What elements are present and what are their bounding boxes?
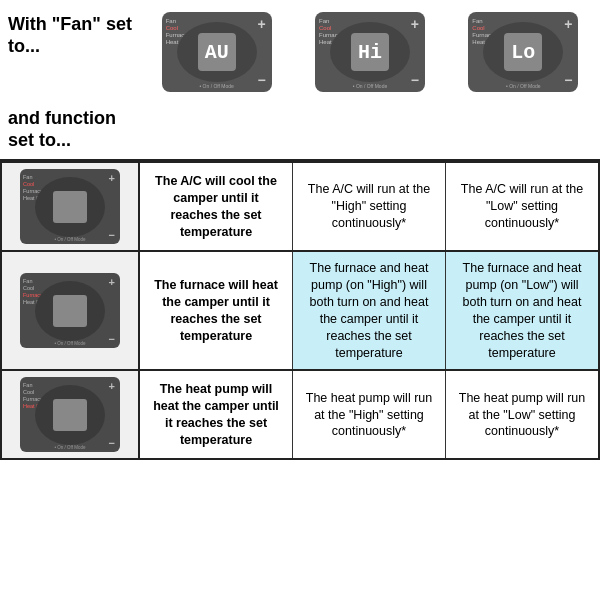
- mini-screen-furnace: [53, 295, 87, 327]
- thermo-col-furnace: Fan Cool Furnace Heat Pump + − • On / Of…: [2, 252, 140, 369]
- main-grid: Fan Cool Furnace Heat Pump + − • On / Of…: [0, 159, 600, 460]
- with-fan-title: With "Fan" set to...: [8, 14, 132, 57]
- cell-heatpump-low: The heat pump will run at the "Low" sett…: [446, 371, 598, 458]
- thermostat-lo: Fan Cool Furnace Heat Pump Lo + − • On /…: [468, 12, 578, 92]
- header-left: With "Fan" set to...: [0, 8, 140, 63]
- thermo-onoff-hi: • On / Off Mode: [353, 83, 387, 89]
- mini-minus-furnace: −: [109, 333, 115, 345]
- mini-thermo-cool: Fan Cool Furnace Heat Pump + − • On / Of…: [20, 169, 120, 244]
- thermo-inner-hi: Hi: [330, 22, 410, 82]
- header-thermos: Fan Cool Furnace Heat Pump AU + − • On /…: [140, 8, 600, 96]
- cell-furnace-low: The furnace and heat pump (on "Low") wil…: [446, 252, 598, 369]
- mini-thermo-furnace: Fan Cool Furnace Heat Pump + − • On / Of…: [20, 273, 120, 348]
- mini-screen-heatpump: [53, 399, 87, 431]
- thermo-inner-lo: Lo: [483, 22, 563, 82]
- thermo-onoff-au: • On / Off Mode: [199, 83, 233, 89]
- thermo-plus-hi: +: [411, 16, 419, 32]
- mini-screen-cool: [53, 191, 87, 223]
- fan-label-lo: Fan: [472, 18, 502, 24]
- mini-fan-heatpump: Fan: [23, 382, 51, 388]
- mini-plus-furnace: +: [109, 276, 115, 288]
- row-cool: Fan Cool Furnace Heat Pump + − • On / Of…: [2, 161, 598, 250]
- thermo-plus-au: +: [257, 16, 265, 32]
- thermo-minus-hi: −: [411, 72, 419, 88]
- thermo-display-au: AU: [198, 33, 236, 71]
- mini-circle-heatpump: [35, 385, 105, 445]
- header-row: With "Fan" set to... Fan Cool Furnace He…: [0, 0, 600, 100]
- thermo-minus-lo: −: [564, 72, 572, 88]
- mini-minus-heatpump: −: [109, 437, 115, 449]
- row-heatpump: Fan Cool Furnace Heat Pump + − • On / Of…: [2, 369, 598, 458]
- thermo-col-cool: Fan Cool Furnace Heat Pump + − • On / Of…: [2, 163, 140, 250]
- cell-heatpump-auto: The heat pump will heat the camper until…: [140, 371, 293, 458]
- mini-fan-cool: Fan: [23, 174, 51, 180]
- cell-furnace-high: The furnace and heat pump (on "High") wi…: [293, 252, 446, 369]
- mini-onoff-cool: • On / Off Mode: [54, 237, 85, 242]
- thermo-minus-au: −: [257, 72, 265, 88]
- mini-minus-cool: −: [109, 229, 115, 241]
- thermostat-au: Fan Cool Furnace Heat Pump AU + − • On /…: [162, 12, 272, 92]
- right-cols-cool: The A/C will cool the camper until it re…: [140, 163, 598, 250]
- cell-heatpump-high: The heat pump will run at the "High" set…: [293, 371, 446, 458]
- mini-onoff-heatpump: • On / Off Mode: [54, 445, 85, 450]
- mini-circle-cool: [35, 177, 105, 237]
- mini-plus-heatpump: +: [109, 380, 115, 392]
- row-furnace: Fan Cool Furnace Heat Pump + − • On / Of…: [2, 250, 598, 369]
- function-label-left: and function set to...: [0, 100, 140, 159]
- mini-thermo-heatpump: Fan Cool Furnace Heat Pump + − • On / Of…: [20, 377, 120, 452]
- cell-furnace-auto: The furnace will heat the camper until i…: [140, 252, 293, 369]
- thermo-display-lo: Lo: [504, 33, 542, 71]
- cell-cool-auto: The A/C will cool the camper until it re…: [140, 163, 293, 250]
- mini-fan-furnace: Fan: [23, 278, 51, 284]
- right-cols-furnace: The furnace will heat the camper until i…: [140, 252, 598, 369]
- page: With "Fan" set to... Fan Cool Furnace He…: [0, 0, 600, 601]
- cell-cool-low: The A/C will run at the "Low" setting co…: [446, 163, 598, 250]
- cell-cool-high: The A/C will run at the "High" setting c…: [293, 163, 446, 250]
- mini-onoff-furnace: • On / Off Mode: [54, 341, 85, 346]
- thermo-display-hi: Hi: [351, 33, 389, 71]
- thermo-plus-lo: +: [564, 16, 572, 32]
- thermo-col-heatpump: Fan Cool Furnace Heat Pump + − • On / Of…: [2, 371, 140, 458]
- fan-label-hi: Fan: [319, 18, 349, 24]
- function-label-row: and function set to...: [0, 100, 600, 159]
- function-title: and function set to...: [8, 108, 132, 151]
- thermo-inner-au: AU: [177, 22, 257, 82]
- mini-circle-furnace: [35, 281, 105, 341]
- thermo-onoff-lo: • On / Off Mode: [506, 83, 540, 89]
- mini-plus-cool: +: [109, 172, 115, 184]
- right-cols-heatpump: The heat pump will heat the camper until…: [140, 371, 598, 458]
- thermostat-hi: Fan Cool Furnace Heat Pump Hi + − • On /…: [315, 12, 425, 92]
- fan-label-au: Fan: [166, 18, 196, 24]
